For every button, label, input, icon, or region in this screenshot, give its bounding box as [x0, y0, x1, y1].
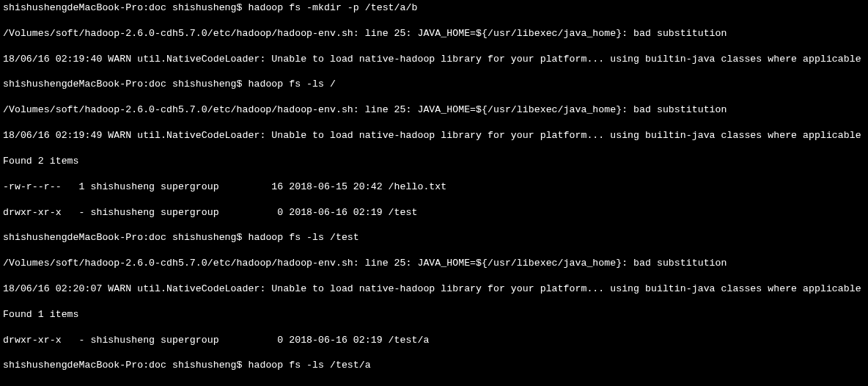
warn-line: 18/06/16 02:19:40 WARN util.NativeCodeLo… — [3, 53, 865, 65]
shell-prompt: shishushengdeMacBook-Pro:doc shishusheng… — [3, 2, 248, 13]
ls-entry-hello: -rw-r--r-- 1 shishusheng supergroup 16 2… — [3, 181, 865, 193]
warn-line: 18/06/16 02:19:49 WARN util.NativeCodeLo… — [3, 129, 865, 142]
shell-prompt: shishushengdeMacBook-Pro:doc shishusheng… — [3, 79, 248, 90]
found-count: Found 1 items — [3, 308, 865, 321]
cmd-line-1: shishushengdeMacBook-Pro:doc shishusheng… — [3, 1, 865, 14]
terminal-output[interactable]: shishushengdeMacBook-Pro:doc shishusheng… — [0, 0, 868, 386]
command-ls-test: hadoop fs -ls /test — [248, 232, 358, 243]
env-error: /Volumes/soft/hadoop-2.6.0-cdh5.7.0/etc/… — [3, 257, 865, 269]
cmd-line-4: shishushengdeMacBook-Pro:doc shishusheng… — [3, 359, 865, 371]
warn-line: 18/06/16 02:20:07 WARN util.NativeCodeLo… — [3, 283, 865, 295]
cmd-line-2: shishushengdeMacBook-Pro:doc shishusheng… — [3, 78, 865, 90]
found-count: Found 2 items — [3, 155, 865, 167]
command-ls-root: hadoop fs -ls / — [248, 79, 335, 90]
cmd-line-3: shishushengdeMacBook-Pro:doc shishusheng… — [3, 231, 865, 244]
command-mkdir: hadoop fs -mkdir -p /test/a/b — [248, 2, 417, 13]
ls-entry-test: drwxr-xr-x - shishusheng supergroup 0 20… — [3, 206, 865, 219]
env-error: /Volumes/soft/hadoop-2.6.0-cdh5.7.0/etc/… — [3, 27, 865, 40]
ls-entry-testa: drwxr-xr-x - shishusheng supergroup 0 20… — [3, 334, 865, 346]
env-error: /Volumes/soft/hadoop-2.6.0-cdh5.7.0/etc/… — [3, 103, 865, 116]
shell-prompt: shishushengdeMacBook-Pro:doc shishusheng… — [3, 360, 248, 371]
shell-prompt: shishushengdeMacBook-Pro:doc shishusheng… — [3, 232, 248, 243]
command-ls-testa: hadoop fs -ls /test/a — [248, 360, 370, 371]
